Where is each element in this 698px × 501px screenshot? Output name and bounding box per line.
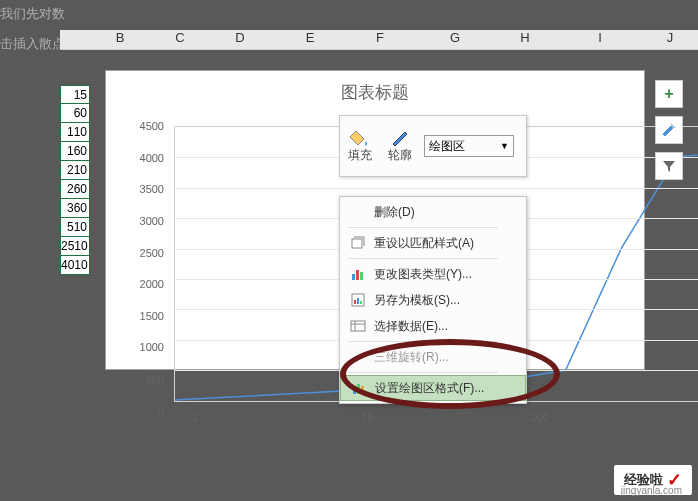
x-tick: 100 — [531, 411, 549, 423]
plus-icon: + — [664, 85, 673, 103]
y-tick: 1000 — [140, 341, 164, 353]
y-tick: 0 — [158, 405, 164, 417]
svg-rect-13 — [361, 386, 364, 394]
chart-area-dropdown[interactable]: 绘图区 ▼ — [424, 135, 514, 157]
svg-rect-1 — [352, 274, 355, 280]
svg-rect-3 — [360, 272, 363, 280]
col-header-f[interactable]: F — [350, 30, 410, 45]
menu-separator — [348, 341, 498, 342]
chart-title[interactable]: 图表标题 — [106, 71, 644, 114]
brush-icon — [661, 122, 677, 138]
fill-label: 填充 — [348, 147, 372, 164]
fill-button[interactable]: 填充 — [340, 116, 380, 176]
menu-select-data[interactable]: 选择数据(E)... — [340, 313, 526, 339]
menu-label: 删除(D) — [374, 204, 415, 221]
y-tick: 3000 — [140, 215, 164, 227]
svg-rect-2 — [356, 270, 359, 280]
menu-3d-rotation[interactable]: 三维旋转(R)... — [340, 344, 526, 370]
format-icon — [349, 378, 369, 398]
menu-delete[interactable]: 删除(D) — [340, 199, 526, 225]
reset-icon — [348, 233, 368, 253]
y-tick: 4000 — [140, 152, 164, 164]
y-tick: 3500 — [140, 183, 164, 195]
col-header-g[interactable]: G — [425, 30, 485, 45]
fill-icon — [350, 129, 370, 147]
chart-side-buttons: + — [655, 80, 683, 180]
col-header-j[interactable]: J — [640, 30, 698, 45]
svg-rect-5 — [354, 300, 356, 304]
col-header-h[interactable]: H — [495, 30, 555, 45]
dropdown-value: 绘图区 — [429, 138, 465, 155]
col-header-c[interactable]: C — [150, 30, 210, 45]
blank-icon — [348, 202, 368, 222]
template-icon — [348, 290, 368, 310]
column-header-row: B C D E F G H I J — [60, 30, 698, 50]
menu-label: 更改图表类型(Y)... — [374, 266, 472, 283]
svg-rect-11 — [353, 388, 356, 394]
rotate-icon — [348, 347, 368, 367]
cell-b9[interactable]: 2510 — [60, 237, 90, 256]
menu-separator — [348, 372, 498, 373]
chart-elements-button[interactable]: + — [655, 80, 683, 108]
chart-type-icon — [348, 264, 368, 284]
svg-rect-8 — [351, 321, 365, 331]
x-tick: 1 — [192, 411, 198, 423]
cell-b6[interactable]: 260 — [60, 180, 90, 199]
col-header-e[interactable]: E — [280, 30, 340, 45]
menu-save-template[interactable]: 另存为模板(S)... — [340, 287, 526, 313]
col-header-b[interactable]: B — [90, 30, 150, 45]
chevron-down-icon: ▼ — [500, 141, 509, 151]
watermark-url: jingyanla.com — [621, 485, 682, 496]
chart-styles-button[interactable] — [655, 116, 683, 144]
menu-label: 设置绘图区格式(F)... — [375, 380, 484, 397]
outline-icon — [390, 129, 410, 147]
cell-b10[interactable]: 4010 — [60, 256, 90, 275]
svg-rect-7 — [360, 301, 362, 304]
cell-b3[interactable]: 110 — [60, 123, 90, 142]
filter-icon — [661, 158, 677, 174]
menu-separator — [348, 258, 498, 259]
svg-rect-0 — [352, 239, 362, 248]
cell-b1[interactable]: 15 — [60, 85, 90, 104]
menu-format-plot-area[interactable]: 设置绘图区格式(F)... — [340, 375, 526, 401]
svg-rect-6 — [357, 298, 359, 304]
tutorial-text-2: 击插入散点 — [0, 35, 65, 53]
menu-label: 重设以匹配样式(A) — [374, 235, 474, 252]
y-tick: 4500 — [140, 120, 164, 132]
menu-label: 三维旋转(R)... — [374, 349, 449, 366]
y-axis: 4500 4000 3500 3000 2500 2000 1500 1000 … — [136, 126, 166, 411]
x-tick: 10 — [361, 411, 373, 423]
menu-separator — [348, 227, 498, 228]
menu-reset-style[interactable]: 重设以匹配样式(A) — [340, 230, 526, 256]
y-tick: 2500 — [140, 247, 164, 259]
y-tick: 500 — [146, 373, 164, 385]
watermark: 经验啦 ✓ jingyanla.com — [614, 465, 692, 495]
outline-button[interactable]: 轮廓 — [380, 116, 420, 176]
y-tick: 2000 — [140, 278, 164, 290]
data-column-b[interactable]: 15 60 110 160 210 260 360 510 2510 4010 — [60, 85, 90, 275]
context-menu: 删除(D) 重设以匹配样式(A) 更改图表类型(Y)... 另存为模板(S)..… — [339, 196, 527, 404]
x-axis: 1 10 100 1000 — [166, 411, 698, 429]
col-header-d[interactable]: D — [210, 30, 270, 45]
cell-b4[interactable]: 160 — [60, 142, 90, 161]
cell-b8[interactable]: 510 — [60, 218, 90, 237]
tutorial-text-1: 我们先对数 — [0, 5, 65, 23]
chart-filter-button[interactable] — [655, 152, 683, 180]
svg-rect-12 — [357, 384, 360, 394]
cell-b7[interactable]: 360 — [60, 199, 90, 218]
cell-b5[interactable]: 210 — [60, 161, 90, 180]
select-data-icon — [348, 316, 368, 336]
mini-toolbar: 填充 轮廓 绘图区 ▼ — [339, 115, 527, 177]
y-tick: 1500 — [140, 310, 164, 322]
col-header-i[interactable]: I — [570, 30, 630, 45]
menu-label: 选择数据(E)... — [374, 318, 448, 335]
menu-change-chart-type[interactable]: 更改图表类型(Y)... — [340, 261, 526, 287]
cell-b2[interactable]: 60 — [60, 104, 90, 123]
menu-label: 另存为模板(S)... — [374, 292, 460, 309]
outline-label: 轮廓 — [388, 147, 412, 164]
